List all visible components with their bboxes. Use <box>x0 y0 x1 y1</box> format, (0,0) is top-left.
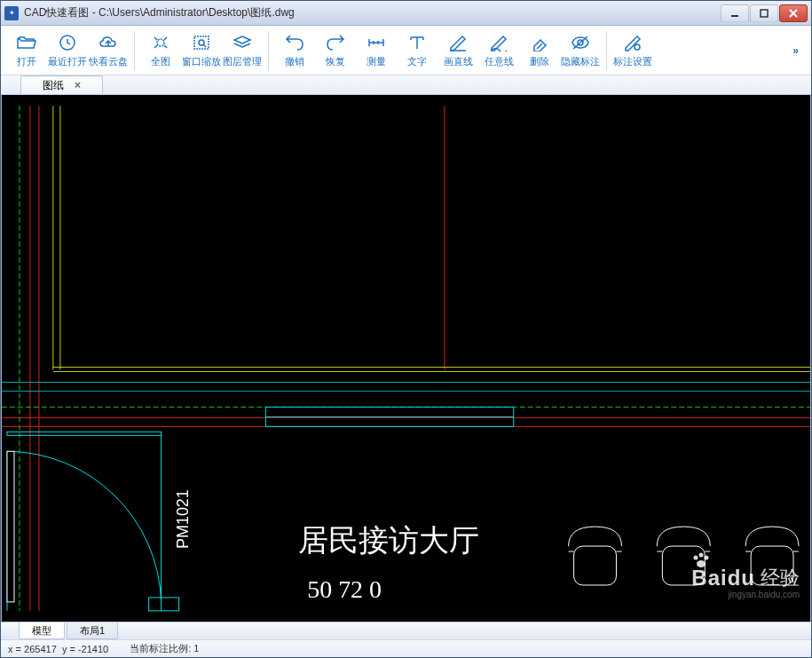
markup-settings-button[interactable]: 标注设置 <box>612 28 653 73</box>
statusbar: x = 265417 y = -21410 当前标注比例: 1 <box>1 639 811 657</box>
coords-readout: x = 265417 y = -21410 <box>8 644 108 654</box>
svg-rect-29 <box>149 598 179 611</box>
draw-line-button[interactable]: 画直线 <box>438 28 478 73</box>
scale-readout: 当前标注比例: 1 <box>130 642 199 655</box>
full-view-button[interactable]: 全图 <box>140 28 181 73</box>
window-title: CAD快速看图 - C:\Users\Administrator\Desktop… <box>24 5 721 20</box>
toolbar: 打开 最近打开 快看云盘 全图 窗口缩放 图层管理 撤销 <box>1 26 811 75</box>
titlebar: ✦ CAD快速看图 - C:\Users\Administrator\Deskt… <box>1 1 811 26</box>
layer-manage-button[interactable]: 图层管理 <box>222 28 263 73</box>
settings-pencil-icon <box>623 32 643 53</box>
recent-button[interactable]: 最近打开 <box>47 28 88 73</box>
cloud-icon <box>98 32 119 53</box>
svg-rect-37 <box>751 546 793 585</box>
toolbar-separator <box>606 31 607 70</box>
zoom-window-button[interactable]: 窗口缩放 <box>181 28 222 73</box>
door-tag: PM1021 <box>174 489 192 549</box>
tab-model[interactable]: 模型 <box>19 622 65 639</box>
expand-icon <box>151 32 170 53</box>
maximize-button[interactable] <box>750 4 778 22</box>
svg-point-5 <box>157 39 164 46</box>
hide-markup-icon <box>571 32 590 53</box>
pencil-curve-icon <box>489 32 508 53</box>
measure-icon <box>367 32 386 53</box>
zoom-window-icon <box>192 32 211 53</box>
tab-label: 图纸 <box>43 78 64 93</box>
svg-point-10 <box>635 44 640 50</box>
svg-rect-30 <box>7 451 14 602</box>
folder-open-icon <box>16 32 37 53</box>
undo-button[interactable]: 撤销 <box>274 28 315 73</box>
svg-rect-6 <box>194 36 209 49</box>
layout-tabs: 模型 布局1 <box>1 622 811 639</box>
room-label: 居民接访大厅 <box>298 524 479 557</box>
dimension-text: 50 72 0 <box>307 575 382 603</box>
svg-rect-31 <box>574 546 617 585</box>
minimize-button[interactable] <box>721 4 749 22</box>
window-buttons <box>721 4 808 22</box>
app-window: ✦ CAD快速看图 - C:\Users\Administrator\Deskt… <box>0 0 812 658</box>
redo-button[interactable]: 恢复 <box>315 28 356 73</box>
close-tab-icon[interactable]: × <box>75 79 81 91</box>
clock-folder-icon <box>57 32 78 53</box>
text-icon <box>407 32 427 53</box>
hide-markup-button[interactable]: 隐藏标注 <box>560 28 601 73</box>
toolbar-separator <box>134 31 135 70</box>
redo-icon <box>326 32 345 53</box>
layers-icon <box>233 32 252 53</box>
freehand-button[interactable]: 任意线 <box>478 28 519 73</box>
eraser-icon <box>530 32 549 53</box>
tab-layout1[interactable]: 布局1 <box>67 622 118 639</box>
undo-icon <box>285 32 304 53</box>
document-tabs: 图纸 × <box>1 75 811 95</box>
svg-rect-34 <box>662 546 705 585</box>
open-button[interactable]: 打开 <box>6 28 47 73</box>
cloud-button[interactable]: 快看云盘 <box>88 28 129 73</box>
toolbar-overflow[interactable]: » <box>786 44 806 57</box>
tab-document[interactable]: 图纸 × <box>20 75 103 94</box>
drawing-canvas[interactable]: PM1021 居民接访大厅 50 72 0 Baidu 经验 jingyan.b… <box>1 95 811 622</box>
toolbar-separator <box>268 31 269 70</box>
svg-rect-1 <box>761 10 768 17</box>
text-button[interactable]: 文字 <box>397 28 438 73</box>
close-button[interactable] <box>779 4 808 22</box>
app-icon: ✦ <box>4 6 19 20</box>
delete-button[interactable]: 删除 <box>519 28 560 73</box>
measure-button[interactable]: 测量 <box>356 28 397 73</box>
pencil-line-icon <box>448 32 468 53</box>
